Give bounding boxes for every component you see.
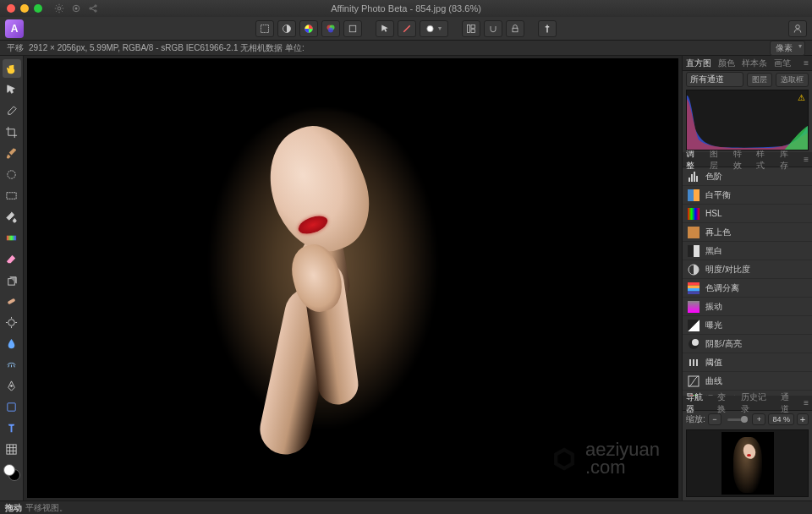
adjustment-brightness[interactable]: 明度/对比度 xyxy=(683,260,812,279)
svg-rect-32 xyxy=(691,174,693,182)
color-wheel-button[interactable] xyxy=(299,20,318,37)
snap-button[interactable] xyxy=(484,20,502,37)
svg-rect-46 xyxy=(688,301,700,313)
histogram-marquee-toggle[interactable]: 选取框 xyxy=(776,73,809,87)
maximize-window-button[interactable] xyxy=(34,4,42,13)
mesh-tool[interactable] xyxy=(3,440,21,458)
adjustment-threshold[interactable]: 阈值 xyxy=(683,353,812,372)
color-swatches[interactable] xyxy=(3,464,20,481)
svg-rect-31 xyxy=(689,178,690,182)
color-picker-tool[interactable] xyxy=(3,101,21,120)
adjustment-white-balance[interactable]: 白平衡 xyxy=(683,186,812,205)
svg-point-11 xyxy=(328,27,333,32)
tab-color[interactable]: 颜色 xyxy=(718,57,735,69)
arrow-mode-button[interactable] xyxy=(376,20,394,37)
adjustment-bw[interactable]: 黑白 xyxy=(683,242,812,260)
adjustment-curves[interactable]: 曲线 xyxy=(683,372,812,391)
minimize-window-button[interactable] xyxy=(20,4,29,13)
rgb-button[interactable] xyxy=(321,20,340,37)
histogram-display: ⚠ xyxy=(686,90,809,150)
view-pan-tool[interactable] xyxy=(3,59,21,78)
levels-icon xyxy=(688,171,700,183)
dodge-tool[interactable] xyxy=(3,313,21,331)
svg-rect-45 xyxy=(688,291,700,294)
heal-tool[interactable] xyxy=(3,292,21,310)
zoom-in-button[interactable]: + xyxy=(752,413,765,425)
assistant-button[interactable] xyxy=(538,20,557,37)
adjustments-list: 色阶 白平衡 HSL 再上色 黑白 明度/对比度 色调分离 振动 曝光 阴影/高… xyxy=(683,167,812,396)
blur-tool[interactable] xyxy=(3,334,21,353)
tab-brushes[interactable]: 画笔 xyxy=(774,57,791,69)
paint-brush-tool[interactable] xyxy=(3,144,21,162)
marquee-tool[interactable] xyxy=(3,186,21,205)
adjustment-hsl[interactable]: HSL xyxy=(683,205,812,223)
svg-rect-44 xyxy=(688,288,700,292)
canvas-area[interactable]: aeziyuan.com xyxy=(24,56,682,500)
crop-toggle-button[interactable] xyxy=(343,20,362,37)
navigator-add-button[interactable]: + xyxy=(797,413,809,425)
recolor-icon xyxy=(688,227,700,238)
panel-menu-icon[interactable]: ≡ xyxy=(804,155,809,164)
clone-tool[interactable] xyxy=(3,271,21,289)
contrast-button[interactable] xyxy=(277,20,296,37)
shape-tool[interactable] xyxy=(3,397,21,416)
zoom-slider[interactable] xyxy=(727,418,747,421)
svg-point-0 xyxy=(58,7,61,10)
erase-tool[interactable] xyxy=(3,249,21,268)
navigator-thumbnail[interactable] xyxy=(686,429,809,497)
bw-icon xyxy=(688,245,700,257)
account-button[interactable] xyxy=(788,20,807,37)
status-bar: 拖动 平移视图。 xyxy=(0,500,812,514)
clipping-warning-icon: ⚠ xyxy=(798,93,805,102)
foreground-color-swatch[interactable] xyxy=(3,464,15,476)
app-icon: A xyxy=(5,19,24,38)
hsl-icon xyxy=(688,208,700,220)
zoom-out-button[interactable]: − xyxy=(708,413,721,425)
window-controls xyxy=(7,4,42,13)
tab-histogram[interactable]: 直方图 xyxy=(686,57,711,69)
svg-rect-15 xyxy=(468,25,470,32)
flood-select-tool[interactable] xyxy=(3,207,21,226)
cancel-mode-button[interactable] xyxy=(398,20,416,37)
text-tool[interactable] xyxy=(3,418,21,437)
adjustment-posterize[interactable]: 色调分离 xyxy=(683,279,812,298)
lock-button[interactable] xyxy=(506,20,524,37)
svg-point-21 xyxy=(796,25,800,29)
unit-dropdown[interactable]: 像素 xyxy=(770,41,805,56)
selection-brush-tool[interactable] xyxy=(3,165,21,183)
mask-mode-dropdown[interactable]: ▾ xyxy=(420,20,448,37)
svg-point-2 xyxy=(75,8,77,9)
adjustment-vibrance[interactable]: 振动 xyxy=(683,298,812,316)
adjustment-exposure[interactable]: 曝光 xyxy=(683,316,812,335)
close-window-button[interactable] xyxy=(7,4,15,13)
svg-point-27 xyxy=(8,319,15,325)
zoom-value[interactable]: 84 % xyxy=(768,413,794,425)
workspace: aeziyuan.com 直方图 颜色 样本条 画笔 ≡ 所有通道 图层 选取框… xyxy=(0,56,812,500)
adjustment-levels[interactable]: 色阶 xyxy=(683,167,812,186)
svg-rect-34 xyxy=(696,176,698,182)
svg-rect-39 xyxy=(688,245,694,257)
svg-rect-49 xyxy=(689,359,691,366)
crop-tool[interactable] xyxy=(3,123,21,141)
histogram-layer-toggle[interactable]: 图层 xyxy=(747,73,772,87)
adjustment-recolor[interactable]: 再上色 xyxy=(683,223,812,242)
adjustment-shadows[interactable]: 阴影/高亮 xyxy=(683,335,812,353)
tab-swatches[interactable]: 样本条 xyxy=(742,57,767,69)
retouch-tool[interactable] xyxy=(3,355,21,374)
svg-rect-24 xyxy=(7,235,16,240)
gradient-tool[interactable] xyxy=(3,228,21,247)
panel-menu-icon[interactable]: ≡ xyxy=(804,398,809,407)
target-icon[interactable] xyxy=(71,3,81,14)
svg-rect-6 xyxy=(261,25,269,32)
svg-point-22 xyxy=(8,170,15,178)
panel-menu-icon[interactable]: ≡ xyxy=(804,58,809,68)
grid-left-button[interactable] xyxy=(462,20,480,37)
share-icon[interactable] xyxy=(88,3,98,14)
move-tool[interactable] xyxy=(3,80,21,99)
pen-tool[interactable] xyxy=(3,376,21,395)
selection-mode-button[interactable] xyxy=(255,20,274,37)
histogram-channel-dropdown[interactable]: 所有通道 xyxy=(686,72,743,87)
document-canvas[interactable] xyxy=(27,58,678,498)
svg-rect-19 xyxy=(546,25,548,32)
gear-icon[interactable] xyxy=(54,3,64,14)
